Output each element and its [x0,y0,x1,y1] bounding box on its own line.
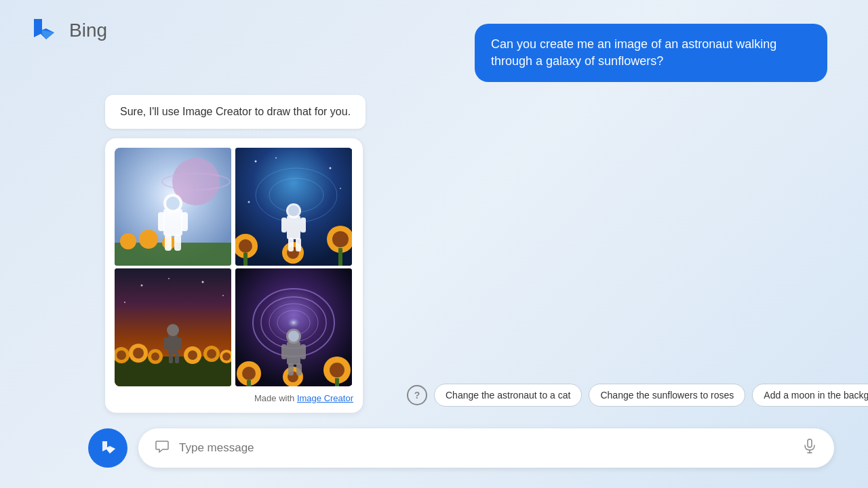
image-grid [115,148,353,386]
svg-point-4 [120,233,136,249]
svg-point-72 [330,363,344,378]
svg-point-40 [202,281,204,283]
svg-rect-13 [174,235,181,251]
svg-rect-59 [178,338,182,350]
svg-point-49 [151,352,159,361]
svg-rect-27 [338,248,342,266]
svg-point-78 [288,331,299,342]
help-icon[interactable]: ? [407,385,427,405]
generated-image-4[interactable] [235,268,352,386]
svg-point-17 [255,161,257,163]
svg-rect-60 [169,352,173,363]
chip-change-sunflowers[interactable]: Change the sunflowers to roses [589,384,745,407]
svg-point-42 [124,302,125,303]
made-with-label: Made with Image Creator [115,393,353,403]
bing-sparkle-icon [98,438,118,458]
chat-icon [155,439,170,458]
svg-rect-30 [287,216,300,239]
svg-rect-35 [288,238,294,251]
svg-rect-80 [300,344,306,359]
svg-point-19 [330,167,332,169]
suggestion-chips-container: ? Change the astronaut to a cat Change t… [407,384,868,407]
svg-rect-73 [335,378,339,386]
svg-point-26 [332,231,349,247]
bing-action-button[interactable] [88,428,127,468]
user-message-bubble: Can you create me an image of an astrona… [475,24,827,82]
svg-point-38 [141,285,143,287]
bot-response-text: Sure, I'll use Image Creator to draw tha… [120,106,351,117]
svg-point-5 [139,230,158,249]
made-with-text: Made with [254,393,297,403]
svg-rect-33 [281,218,287,232]
svg-rect-11 [181,212,188,231]
svg-rect-70 [247,380,251,386]
header: Bing [27,14,107,47]
generated-image-2[interactable] [235,148,352,266]
svg-rect-58 [164,338,168,350]
svg-point-47 [133,348,144,359]
bing-title: Bing [69,20,107,41]
svg-rect-76 [287,342,300,365]
svg-rect-34 [300,218,306,232]
svg-point-67 [285,316,302,329]
svg-rect-12 [165,235,172,251]
svg-rect-81 [288,363,294,375]
svg-point-20 [340,188,341,189]
svg-rect-79 [281,344,287,359]
input-bar [88,428,834,468]
svg-point-9 [166,197,180,210]
svg-point-32 [288,205,299,216]
svg-rect-82 [296,363,302,375]
image-grid-container: Made with Image Creator [105,138,363,413]
svg-rect-61 [175,352,179,363]
bing-logo-icon [27,14,61,47]
svg-point-39 [168,278,170,279]
microphone-icon[interactable] [802,438,818,458]
svg-rect-10 [158,212,165,231]
generated-image-3[interactable] [115,268,231,386]
image-creator-link[interactable]: Image Creator [297,393,353,403]
user-message-text: Can you create me an image of an astrona… [491,37,776,68]
svg-point-41 [222,295,224,296]
svg-rect-36 [296,238,301,251]
bot-response-area: Sure, I'll use Image Creator to draw tha… [105,95,366,413]
message-input-container [138,428,834,468]
generated-image-1[interactable] [115,148,231,266]
bot-text-bubble: Sure, I'll use Image Creator to draw tha… [105,95,366,129]
svg-point-21 [248,201,250,203]
message-input[interactable] [179,441,792,455]
svg-point-45 [117,350,126,360]
chip-add-moon[interactable]: Add a moon in the background [752,384,868,407]
svg-point-51 [188,350,197,360]
svg-point-55 [222,352,231,361]
svg-rect-24 [243,253,248,266]
svg-rect-56 [168,335,178,354]
svg-point-57 [167,324,179,336]
chip-change-astronaut[interactable]: Change the astronaut to a cat [434,384,582,407]
svg-point-53 [207,349,216,359]
svg-point-18 [275,157,277,159]
svg-rect-83 [808,439,812,447]
svg-point-23 [239,239,252,253]
svg-point-69 [242,367,256,380]
